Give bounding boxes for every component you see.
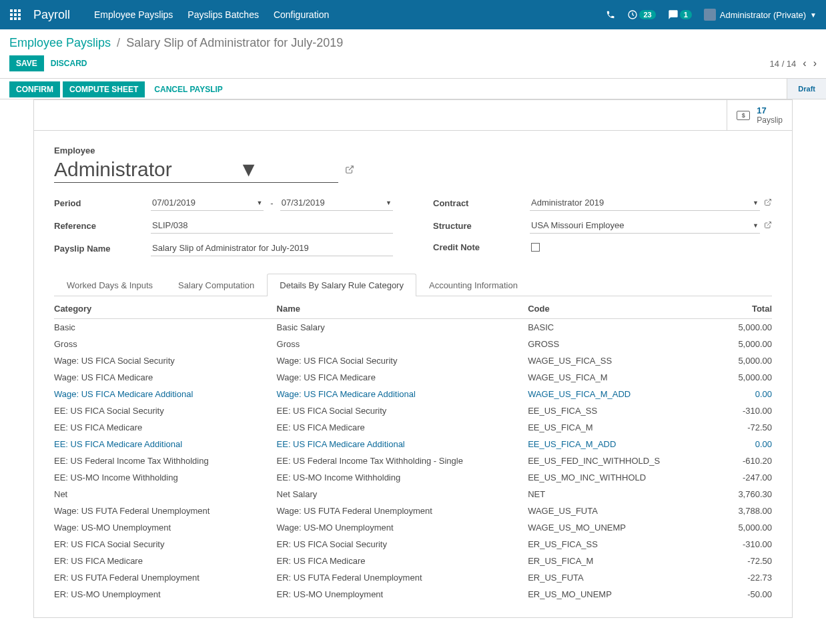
cell-code: WAGE_US_FICA_SS <box>528 352 686 369</box>
cell-category: Wage: US-MO Unemployment <box>54 519 277 536</box>
cancel-payslip-button[interactable]: Cancel Payslip <box>147 81 229 97</box>
nav-link-batches[interactable]: Payslips Batches <box>187 9 259 20</box>
table-row[interactable]: Wage: US-MO UnemploymentWage: US-MO Unem… <box>54 519 772 536</box>
cell-category: EE: US FICA Medicare <box>54 419 277 436</box>
cell-total: 5,000.00 <box>686 352 772 369</box>
nav-link-config[interactable]: Configuration <box>274 9 329 20</box>
chevron-down-icon: ▼ <box>753 200 759 206</box>
svg-line-1 <box>349 166 353 170</box>
discard-button[interactable]: Discard <box>44 55 94 71</box>
period-from-field[interactable]: 07/01/2019▼ <box>151 195 264 211</box>
cell-total: 5,000.00 <box>686 319 772 336</box>
cell-code: GROSS <box>528 336 686 352</box>
table-row[interactable]: EE: US FICA Social SecurityEE: US FICA S… <box>54 402 772 419</box>
cell-code: WAGE_US_FICA_M_ADD <box>528 386 686 402</box>
cell-total: -72.50 <box>686 419 772 436</box>
col-total[interactable]: Total <box>686 299 772 319</box>
table-row[interactable]: ER: US-MO UnemploymentER: US-MO Unemploy… <box>54 586 772 603</box>
table-row[interactable]: Wage: US FICA MedicareWage: US FICA Medi… <box>54 369 772 386</box>
external-link-icon[interactable] <box>345 165 354 176</box>
cell-code: EE_US_FICA_M <box>528 419 686 436</box>
table-row[interactable]: Wage: US FICA Medicare AdditionalWage: U… <box>54 386 772 402</box>
nav-link-payslips[interactable]: Employee Payslips <box>94 9 173 20</box>
messages-badge: 1 <box>680 10 692 19</box>
structure-field[interactable]: USA Missouri Employee▼ <box>530 218 760 234</box>
cell-name: ER: US FUTA Federal Unemployment <box>277 569 528 586</box>
edit-controls: Save Discard 14 / 14 ‹ › <box>9 55 817 71</box>
tab-details-by-category[interactable]: Details By Salary Rule Category <box>267 274 416 296</box>
table-row[interactable]: ER: US FICA Social SecurityER: US FICA S… <box>54 536 772 553</box>
activity-icon[interactable]: 23 <box>627 9 655 20</box>
table-row[interactable]: NetNet SalaryNET3,760.30 <box>54 486 772 503</box>
period-dash: - <box>270 198 273 208</box>
credit-note-field <box>530 240 772 254</box>
tab-accounting-info[interactable]: Accounting Information <box>416 274 530 296</box>
apps-icon[interactable] <box>9 9 21 21</box>
svg-line-2 <box>767 199 771 203</box>
table-row[interactable]: Wage: US FICA Social SecurityWage: US FI… <box>54 352 772 369</box>
details-table: Category Name Code Total BasicBasic Sala… <box>54 299 772 603</box>
table-row[interactable]: ER: US FICA MedicareER: US FICA Medicare… <box>54 553 772 569</box>
messages-icon[interactable]: 1 <box>668 9 692 20</box>
cell-category: Wage: US FUTA Federal Unemployment <box>54 503 277 519</box>
compute-sheet-button[interactable]: Compute Sheet <box>63 81 145 97</box>
cell-category: EE: US FICA Medicare Additional <box>54 436 277 452</box>
cell-name: EE: US FICA Medicare <box>277 419 528 436</box>
table-row[interactable]: EE: US Federal Income Tax WithholdingEE:… <box>54 452 772 469</box>
credit-note-checkbox[interactable] <box>531 243 540 252</box>
cell-total: -22.73 <box>686 569 772 586</box>
pager-next-icon[interactable]: › <box>813 57 817 69</box>
activity-badge: 23 <box>639 10 655 19</box>
contract-field[interactable]: Administrator 2019▼ <box>530 195 760 211</box>
table-row[interactable]: Wage: US FUTA Federal UnemploymentWage: … <box>54 503 772 519</box>
pager-text: 14 / 14 <box>770 59 797 69</box>
cell-code: BASIC <box>528 319 686 336</box>
employee-value: Administrator <box>54 158 172 181</box>
breadcrumb-root[interactable]: Employee Payslips <box>9 36 111 49</box>
notebook: Worked Days & Inputs Salary Computation … <box>54 274 772 603</box>
table-row[interactable]: BasicBasic SalaryBASIC5,000.00 <box>54 319 772 336</box>
cell-name: ER: US FICA Medicare <box>277 553 528 569</box>
cell-code: WAGE_US_FICA_M <box>528 369 686 386</box>
tab-salary-computation[interactable]: Salary Computation <box>165 274 267 296</box>
cell-code: EE_US_FED_INC_WITHHOLD_S <box>528 452 686 469</box>
col-name[interactable]: Name <box>277 299 528 319</box>
reference-field[interactable]: SLIP/038 <box>151 218 393 234</box>
cell-name: Wage: US FICA Medicare <box>277 369 528 386</box>
cell-category: EE: US Federal Income Tax Withholding <box>54 452 277 469</box>
col-category[interactable]: Category <box>54 299 277 319</box>
payslip-name-label: Payslip Name <box>54 244 151 254</box>
period-to-field[interactable]: 07/31/2019▼ <box>280 195 393 211</box>
chevron-down-icon: ▼ <box>256 200 262 206</box>
col-code[interactable]: Code <box>528 299 686 319</box>
phone-icon[interactable] <box>606 10 615 19</box>
status-stage[interactable]: Draft <box>798 85 815 93</box>
cell-total: 0.00 <box>686 386 772 402</box>
table-row[interactable]: EE: US FICA Medicare AdditionalEE: US FI… <box>54 436 772 452</box>
cell-category: Wage: US FICA Medicare Additional <box>54 386 277 402</box>
cell-total: -247.00 <box>686 469 772 486</box>
employee-field[interactable]: Administrator ▼ <box>54 158 338 183</box>
cell-total: 3,760.30 <box>686 486 772 503</box>
user-menu[interactable]: Administrator (Private) ▼ <box>704 9 817 21</box>
pager-prev-icon[interactable]: ‹ <box>803 57 806 69</box>
cell-name: Basic Salary <box>277 319 528 336</box>
external-link-icon[interactable] <box>764 221 772 231</box>
confirm-button[interactable]: Confirm <box>9 81 60 97</box>
credit-note-label: Credit Note <box>433 242 530 252</box>
external-link-icon[interactable] <box>764 198 772 208</box>
table-row[interactable]: GrossGrossGROSS5,000.00 <box>54 336 772 352</box>
save-button[interactable]: Save <box>9 55 44 71</box>
pager: 14 / 14 ‹ › <box>770 57 817 69</box>
tab-worked-days[interactable]: Worked Days & Inputs <box>54 274 165 296</box>
table-row[interactable]: EE: US FICA MedicareEE: US FICA Medicare… <box>54 419 772 436</box>
table-row[interactable]: ER: US FUTA Federal UnemploymentER: US F… <box>54 569 772 586</box>
payslip-name-field[interactable]: Salary Slip of Administrator for July-20… <box>151 240 393 256</box>
nav-links: Employee Payslips Payslips Batches Confi… <box>94 9 329 20</box>
title-block: Employee Administrator ▼ <box>54 145 772 183</box>
table-row[interactable]: EE: US-MO Income WithholdingEE: US-MO In… <box>54 469 772 486</box>
cell-total: 5,000.00 <box>686 519 772 536</box>
stat-label: Payslip <box>757 115 783 125</box>
cell-category: ER: US-MO Unemployment <box>54 586 277 603</box>
payslip-stat-button[interactable]: $ 17 Payslip <box>727 100 792 130</box>
